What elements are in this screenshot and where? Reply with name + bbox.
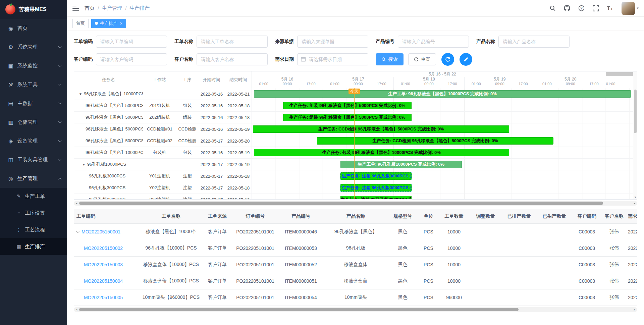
breadcrumb-production-schedule[interactable]: 生产排产 bbox=[129, 5, 150, 11]
table-row[interactable]: MO202205150005 10mm吸头【960000】PCS 客户订单 PO… bbox=[74, 289, 637, 306]
sidebar-item-production-workorder[interactable]: ✎ 生产工单 bbox=[0, 188, 67, 205]
row-expand-icon[interactable] bbox=[76, 229, 79, 233]
github-icon[interactable] bbox=[564, 5, 570, 11]
tab-home[interactable]: 首页 bbox=[72, 19, 89, 28]
sidebar-item-home[interactable]: ◉ 首页 bbox=[0, 19, 67, 38]
customer-code-input[interactable] bbox=[96, 53, 167, 65]
gantt-bar-task-selected[interactable]: 生产任务: 注塑 96孔孔板3000PCS 完成比例: 0% bbox=[340, 172, 412, 180]
gantt-bar-task[interactable]: 生产任务: 组装 96孔移液盒【黑色】5000PCS 完成比例: 0% bbox=[283, 114, 412, 121]
sidebar-item-production-mgmt[interactable]: ◎ 生产管理 bbox=[0, 169, 67, 188]
gantt-body: ▼96孔移液盒【黑色】10000PCS 2022-05-16 2022-05-2… bbox=[74, 88, 637, 200]
chevron-down-icon bbox=[58, 139, 62, 142]
gantt-row[interactable]: 96孔孔板3000PCS Y03注塑机 注塑 2022-05-17 2022-0… bbox=[74, 194, 637, 200]
tab-production-schedule[interactable]: 生产排产 × bbox=[91, 19, 126, 28]
breadcrumb: 首页 / 生产管理 / 生产排产 bbox=[85, 5, 150, 11]
gantt-vertical-scrollbar[interactable]: ▼ bbox=[633, 71, 637, 199]
table-row[interactable]: MO202205150002 96孔孔板【10000】PCS 客户订单 PO20… bbox=[74, 240, 637, 257]
breadcrumb-production-mgmt[interactable]: 生产管理 bbox=[102, 5, 122, 11]
gantt-row[interactable]: 96孔孔板3000PCS Y02注塑机 注塑 2022-05-17 2022-0… bbox=[74, 182, 637, 194]
gantt-horizontal-scrollbar[interactable]: ◂ ▸ bbox=[74, 201, 637, 206]
search-button[interactable]: 搜索 bbox=[376, 53, 404, 65]
sidebar-item-system-monitor[interactable]: ▣ 系统监控 bbox=[0, 56, 67, 75]
table-row[interactable]: MO202205150001 移液盒【黑色】10000个 客户订单 PO2022… bbox=[74, 224, 637, 240]
sidebar-item-system-mgmt[interactable]: ⚙ 系统管理 bbox=[0, 38, 67, 56]
gantt-row[interactable]: ▼96孔移液盒【黑色】10000PCS 2022-05-16 2022-05-2… bbox=[74, 88, 637, 100]
font-size-icon[interactable]: TT bbox=[607, 5, 613, 11]
app-logo[interactable]: 苦糖果MES bbox=[0, 0, 67, 19]
scroll-down-arrow-icon[interactable]: ▼ bbox=[633, 196, 637, 199]
workorder-link[interactable]: MO202205150003 bbox=[84, 262, 123, 267]
sidebar-item-system-tools[interactable]: ⚒ 系统工具 bbox=[0, 75, 67, 94]
gantt-row[interactable]: ▼96孔孔板10000PCS 2022-05-17 2022-05-19 生产工… bbox=[74, 159, 637, 170]
sidebar-item-process-settings[interactable]: ≡ 工序设置 bbox=[0, 205, 67, 221]
device-icon: ◈ bbox=[7, 138, 15, 144]
refresh-gantt-button[interactable] bbox=[441, 53, 454, 66]
filter-product-name: 产品名称 bbox=[476, 36, 570, 48]
workorder-link[interactable]: MO202205150002 bbox=[84, 246, 123, 251]
customer-name-input[interactable] bbox=[197, 53, 268, 65]
fullscreen-icon[interactable] bbox=[593, 5, 599, 11]
gantt-row[interactable]: 96孔孔板3000PCS Y01注塑机 注塑 2022-05-17 2022-0… bbox=[74, 170, 637, 182]
app-root: 苦糖果MES ◉ 首页 ⚙ 系统管理 ▣ 系统监控 ⚒ 系统工具 bbox=[0, 0, 644, 325]
scroll-right-arrow-icon[interactable]: ▸ bbox=[632, 307, 637, 312]
gantt-row[interactable]: 96孔移液盒【黑色】5000PCS Z01组装机 组装 2022-05-16 2… bbox=[74, 100, 637, 112]
table-row[interactable]: MO202205150003 移液盒盒体【10000】PCS 客户订单 PO20… bbox=[74, 257, 637, 273]
source-doc-input[interactable] bbox=[297, 36, 368, 48]
gantt-bar-workorder[interactable]: 生产工单: 96孔孔板10000PCS 完成比例: 0% bbox=[340, 161, 462, 168]
table-horizontal-scrollbar[interactable]: ◂ ▸ bbox=[74, 307, 637, 312]
workorder-code-input[interactable] bbox=[96, 36, 167, 48]
sidebar-item-warehouse-mgmt[interactable]: ▥ 仓储管理 bbox=[0, 113, 67, 131]
workorder-table: 工单编码 工单名称 工单来源 订单编号 产品编号 产品名称 规格型号 单位 工单… bbox=[74, 209, 637, 306]
gantt-bar-task[interactable]: 生产任务: 组装 96孔移液盒【黑色】5000PCS 完成比例: 0% bbox=[283, 102, 412, 109]
workorder-link[interactable]: MO202205150001 bbox=[82, 229, 120, 234]
sidebar-item-fixture-mgmt[interactable]: ◫ 工装夹具管理 bbox=[0, 150, 67, 169]
gantt-bar-task[interactable]: 生产任务: CCD检测 96孔移液盒【黑色】5000PCS 完成比例: 0% bbox=[253, 125, 509, 133]
sidebar-item-process-flow[interactable]: ⋮ 工艺流程 bbox=[0, 221, 67, 238]
gantt-row[interactable]: 96孔移液盒【黑色】10000PCS 包装机 包装 2022-05-16 202… bbox=[74, 147, 637, 159]
scrollbar-thumb[interactable] bbox=[79, 308, 519, 311]
help-icon[interactable]: ? bbox=[578, 5, 585, 11]
breadcrumb-home[interactable]: 首页 bbox=[85, 5, 95, 11]
gantt-bar-task[interactable]: 生产任务: 注塑 96孔孔板3000PCS 完成比例: 0% bbox=[340, 196, 412, 200]
scroll-left-arrow-icon[interactable]: ◂ bbox=[74, 307, 79, 312]
gantt-day-partial: 01:00 bbox=[606, 77, 633, 88]
gantt-bar-workorder[interactable]: 生产工单: 96孔移液盒【黑色】10000PCS 完成比例: 0% bbox=[254, 90, 631, 98]
product-name-input[interactable] bbox=[498, 36, 570, 48]
topbar: 首页 / 生产管理 / 生产排产 ? T bbox=[67, 0, 644, 17]
reset-button[interactable]: 重置 bbox=[408, 53, 436, 65]
app-title: 苦糖果MES bbox=[19, 6, 47, 13]
gantt-row[interactable]: 96孔移液盒【黑色】5000PCS Z02组装机 组装 2022-05-16 2… bbox=[74, 112, 637, 123]
gantt-bar-task[interactable]: 生产任务: CCD检测 96孔移液盒【黑色】5000PCS 完成比例: 0% bbox=[317, 137, 553, 145]
scrollbar-thumb[interactable] bbox=[79, 202, 603, 205]
scroll-right-arrow-icon[interactable]: ▸ bbox=[632, 201, 637, 206]
sidebar-item-production-schedule[interactable]: ▦ 生产排产 bbox=[0, 238, 67, 255]
user-menu[interactable]: ▾ bbox=[622, 2, 639, 15]
workorder-name-input[interactable] bbox=[197, 36, 268, 48]
workorder-link[interactable]: MO202205150004 bbox=[84, 278, 123, 284]
close-icon[interactable]: × bbox=[120, 21, 122, 26]
gantt-day: 5月 20 01:0009:0017:00 bbox=[535, 77, 606, 88]
chevron-down-icon bbox=[58, 120, 62, 123]
tags-view-bar: 首页 生产排产 × bbox=[67, 17, 644, 30]
gantt-row[interactable]: 96孔移液盒【黑色】5000PCS CCD检测#01 CCD检测 2022-05… bbox=[74, 123, 637, 135]
table-row[interactable]: MO202205150004 移液盒盒盖【10000】PCS 客户订单 PO20… bbox=[74, 273, 637, 289]
sidebar-item-master-data[interactable]: ▤ 主数据 bbox=[0, 94, 67, 113]
demand-date-input[interactable] bbox=[297, 53, 368, 65]
workorder-link[interactable]: MO202205150005 bbox=[84, 295, 123, 300]
refresh-icon bbox=[414, 57, 419, 62]
expand-triangle-icon[interactable]: ▼ bbox=[79, 92, 82, 96]
gantt-bar-task[interactable]: 生产任务: 包装 96孔移液盒【黑色】10000PCS 完成比例: 0% bbox=[254, 149, 509, 156]
expand-triangle-icon[interactable]: ▼ bbox=[82, 163, 86, 166]
gantt-bar-task-selected[interactable]: 生产任务: 注塑 96孔孔板3000PCS 完成比例: 0% bbox=[340, 184, 412, 192]
gantt-row[interactable]: 96孔移液盒【黑色】5000PCS CCD检测#02 CCD检测 2022-05… bbox=[74, 135, 637, 147]
gantt-day: 5月 17 01:0009:0017:00 bbox=[323, 77, 393, 88]
scroll-left-arrow-icon[interactable]: ◂ bbox=[74, 201, 79, 206]
hamburger-icon[interactable] bbox=[72, 6, 79, 11]
edit-schedule-button[interactable] bbox=[460, 53, 472, 66]
avatar[interactable] bbox=[622, 2, 635, 15]
sidebar-item-device-mgmt[interactable]: ◈ 设备管理 bbox=[0, 131, 67, 150]
search-icon[interactable] bbox=[549, 5, 556, 11]
gantt-header: 任务名 工作站 工序 开始时间 结束时间 5月 16 - 5月 22 bbox=[74, 71, 637, 88]
scrollbar-thumb[interactable] bbox=[634, 90, 637, 133]
product-code-input[interactable] bbox=[398, 36, 469, 48]
